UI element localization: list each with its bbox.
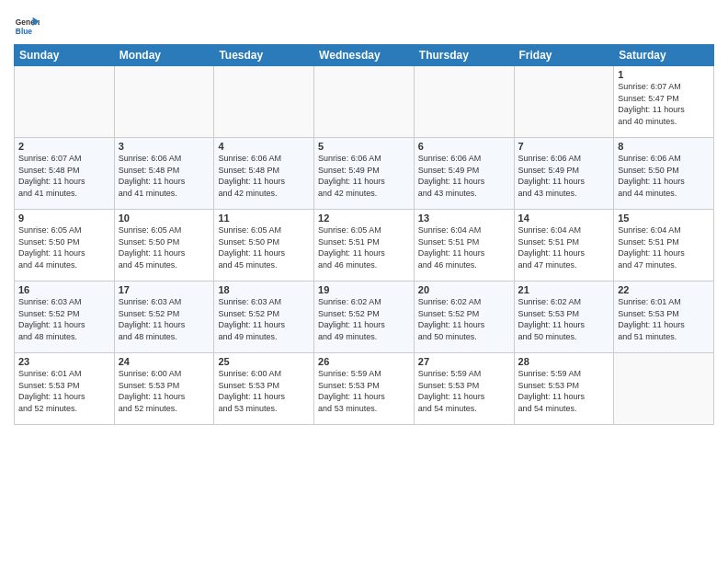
calendar-week-row: 9Sunrise: 6:05 AM Sunset: 5:50 PM Daylig… (15, 210, 714, 282)
day-info: Sunrise: 6:06 AM Sunset: 5:48 PM Dayligh… (218, 153, 310, 199)
day-number: 22 (618, 284, 710, 295)
day-number: 27 (418, 356, 510, 367)
day-info: Sunrise: 6:03 AM Sunset: 5:52 PM Dayligh… (18, 296, 110, 342)
calendar-cell: 24Sunrise: 6:00 AM Sunset: 5:53 PM Dayli… (114, 353, 214, 425)
calendar-cell: 3Sunrise: 6:06 AM Sunset: 5:48 PM Daylig… (114, 138, 214, 210)
calendar-header-row: SundayMondayTuesdayWednesdayThursdayFrid… (15, 45, 714, 66)
calendar-cell: 1Sunrise: 6:07 AM Sunset: 5:47 PM Daylig… (614, 66, 714, 138)
calendar-cell: 27Sunrise: 5:59 AM Sunset: 5:53 PM Dayli… (414, 353, 514, 425)
calendar-cell: 25Sunrise: 6:00 AM Sunset: 5:53 PM Dayli… (214, 353, 314, 425)
day-number: 28 (518, 356, 610, 367)
day-number: 7 (518, 141, 610, 152)
weekday-header: Friday (514, 45, 614, 66)
calendar-cell: 26Sunrise: 5:59 AM Sunset: 5:53 PM Dayli… (314, 353, 415, 425)
day-info: Sunrise: 6:07 AM Sunset: 5:47 PM Dayligh… (618, 81, 710, 127)
day-number: 4 (218, 141, 310, 152)
calendar-cell: 8Sunrise: 6:06 AM Sunset: 5:50 PM Daylig… (614, 138, 714, 210)
calendar-cell: 4Sunrise: 6:06 AM Sunset: 5:48 PM Daylig… (214, 138, 314, 210)
day-info: Sunrise: 6:05 AM Sunset: 5:50 PM Dayligh… (18, 224, 110, 270)
day-info: Sunrise: 5:59 AM Sunset: 5:53 PM Dayligh… (318, 368, 410, 414)
day-number: 3 (119, 141, 210, 152)
day-info: Sunrise: 6:06 AM Sunset: 5:49 PM Dayligh… (418, 153, 510, 199)
calendar-cell: 16Sunrise: 6:03 AM Sunset: 5:52 PM Dayli… (15, 282, 115, 353)
calendar-cell: 2Sunrise: 6:07 AM Sunset: 5:48 PM Daylig… (15, 138, 115, 210)
calendar-cell: 19Sunrise: 6:02 AM Sunset: 5:52 PM Dayli… (314, 282, 415, 353)
calendar-cell (15, 66, 115, 138)
day-info: Sunrise: 6:01 AM Sunset: 5:53 PM Dayligh… (618, 296, 710, 342)
day-info: Sunrise: 6:05 AM Sunset: 5:50 PM Dayligh… (119, 224, 210, 270)
calendar-cell: 15Sunrise: 6:04 AM Sunset: 5:51 PM Dayli… (614, 210, 714, 282)
day-number: 10 (119, 213, 210, 224)
calendar-cell (214, 66, 314, 138)
calendar-cell (514, 66, 614, 138)
day-info: Sunrise: 6:04 AM Sunset: 5:51 PM Dayligh… (618, 224, 710, 270)
calendar-cell: 23Sunrise: 6:01 AM Sunset: 5:53 PM Dayli… (15, 353, 115, 425)
calendar-cell: 17Sunrise: 6:03 AM Sunset: 5:52 PM Dayli… (114, 282, 214, 353)
calendar-cell: 22Sunrise: 6:01 AM Sunset: 5:53 PM Dayli… (614, 282, 714, 353)
calendar-cell: 28Sunrise: 5:59 AM Sunset: 5:53 PM Dayli… (514, 353, 614, 425)
day-number: 2 (18, 141, 110, 152)
day-info: Sunrise: 6:06 AM Sunset: 5:48 PM Dayligh… (119, 153, 210, 199)
day-number: 6 (418, 141, 510, 152)
day-info: Sunrise: 6:02 AM Sunset: 5:52 PM Dayligh… (318, 296, 410, 342)
day-number: 18 (218, 284, 310, 295)
day-number: 19 (318, 284, 410, 295)
calendar-cell (114, 66, 214, 138)
calendar-week-row: 16Sunrise: 6:03 AM Sunset: 5:52 PM Dayli… (15, 282, 714, 353)
day-number: 24 (119, 356, 210, 367)
day-info: Sunrise: 6:05 AM Sunset: 5:50 PM Dayligh… (218, 224, 310, 270)
day-number: 20 (418, 284, 510, 295)
calendar-cell (414, 66, 514, 138)
day-number: 21 (518, 284, 610, 295)
day-number: 16 (18, 284, 110, 295)
day-info: Sunrise: 6:02 AM Sunset: 5:53 PM Dayligh… (518, 296, 610, 342)
day-number: 26 (318, 356, 410, 367)
calendar-cell: 12Sunrise: 6:05 AM Sunset: 5:51 PM Dayli… (314, 210, 415, 282)
svg-text:Blue: Blue (16, 27, 32, 36)
calendar-week-row: 23Sunrise: 6:01 AM Sunset: 5:53 PM Dayli… (15, 353, 714, 425)
day-number: 8 (618, 141, 710, 152)
day-info: Sunrise: 6:00 AM Sunset: 5:53 PM Dayligh… (218, 368, 310, 414)
day-number: 23 (18, 356, 110, 367)
weekday-header: Monday (114, 45, 214, 66)
logo: General Blue (14, 13, 41, 39)
day-number: 1 (618, 69, 710, 80)
calendar-cell: 11Sunrise: 6:05 AM Sunset: 5:50 PM Dayli… (214, 210, 314, 282)
day-number: 17 (119, 284, 210, 295)
weekday-header: Thursday (414, 45, 514, 66)
day-number: 14 (518, 213, 610, 224)
calendar-cell (614, 353, 714, 425)
calendar-cell (314, 66, 415, 138)
day-info: Sunrise: 6:06 AM Sunset: 5:49 PM Dayligh… (318, 153, 410, 199)
day-info: Sunrise: 6:06 AM Sunset: 5:50 PM Dayligh… (618, 153, 710, 199)
calendar-cell: 7Sunrise: 6:06 AM Sunset: 5:49 PM Daylig… (514, 138, 614, 210)
logo-icon: General Blue (14, 13, 40, 39)
day-info: Sunrise: 6:01 AM Sunset: 5:53 PM Dayligh… (18, 368, 110, 414)
day-number: 9 (18, 213, 110, 224)
calendar-table: SundayMondayTuesdayWednesdayThursdayFrid… (14, 44, 714, 425)
day-number: 12 (318, 213, 410, 224)
calendar-cell: 18Sunrise: 6:03 AM Sunset: 5:52 PM Dayli… (214, 282, 314, 353)
calendar-week-row: 2Sunrise: 6:07 AM Sunset: 5:48 PM Daylig… (15, 138, 714, 210)
calendar-cell: 5Sunrise: 6:06 AM Sunset: 5:49 PM Daylig… (314, 138, 415, 210)
calendar-week-row: 1Sunrise: 6:07 AM Sunset: 5:47 PM Daylig… (15, 66, 714, 138)
day-number: 15 (618, 213, 710, 224)
day-info: Sunrise: 6:04 AM Sunset: 5:51 PM Dayligh… (418, 224, 510, 270)
page: General Blue SundayMondayTuesdayWednesda… (0, 0, 728, 563)
weekday-header: Wednesday (314, 45, 415, 66)
day-number: 5 (318, 141, 410, 152)
header: General Blue (14, 9, 714, 39)
calendar-cell: 14Sunrise: 6:04 AM Sunset: 5:51 PM Dayli… (514, 210, 614, 282)
calendar-cell: 6Sunrise: 6:06 AM Sunset: 5:49 PM Daylig… (414, 138, 514, 210)
calendar-cell: 9Sunrise: 6:05 AM Sunset: 5:50 PM Daylig… (15, 210, 115, 282)
day-info: Sunrise: 5:59 AM Sunset: 5:53 PM Dayligh… (418, 368, 510, 414)
weekday-header: Tuesday (214, 45, 314, 66)
calendar-cell: 21Sunrise: 6:02 AM Sunset: 5:53 PM Dayli… (514, 282, 614, 353)
day-number: 25 (218, 356, 310, 367)
day-info: Sunrise: 6:05 AM Sunset: 5:51 PM Dayligh… (318, 224, 410, 270)
calendar-cell: 13Sunrise: 6:04 AM Sunset: 5:51 PM Dayli… (414, 210, 514, 282)
day-number: 13 (418, 213, 510, 224)
day-info: Sunrise: 6:00 AM Sunset: 5:53 PM Dayligh… (119, 368, 210, 414)
day-info: Sunrise: 6:03 AM Sunset: 5:52 PM Dayligh… (119, 296, 210, 342)
day-info: Sunrise: 6:07 AM Sunset: 5:48 PM Dayligh… (18, 153, 110, 199)
